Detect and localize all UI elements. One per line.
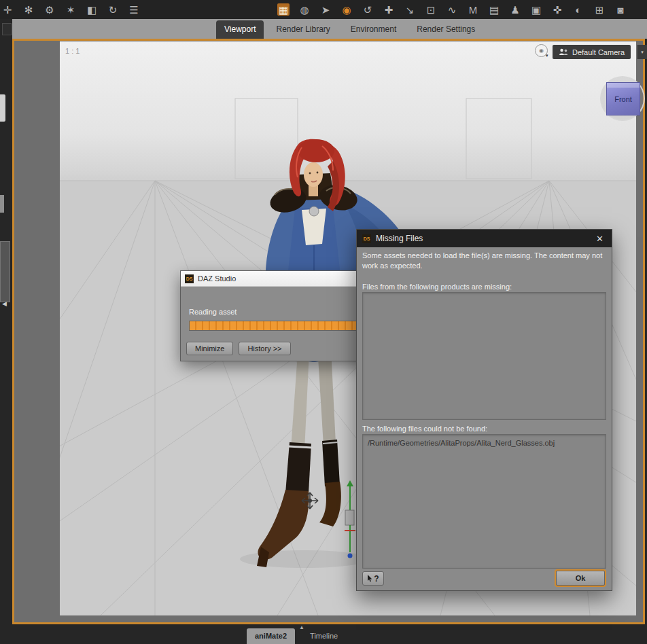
close-icon[interactable]: ✕ [593, 234, 606, 244]
curve-tool-icon[interactable]: ∿ [446, 3, 458, 16]
missing-files-title: Missing Files [376, 234, 423, 243]
daz-studio-progress-dialog: DS DAZ Studio Reading asset Minimize His… [180, 270, 384, 361]
daz-studio-logo-icon: DS [185, 274, 194, 283]
docked-pane-tab[interactable] [0, 195, 4, 213]
add-camera-tool-icon[interactable]: ⊞ [593, 3, 606, 16]
node-tool-icon[interactable]: ✛ [1, 3, 14, 16]
view-cube-top-face [607, 83, 640, 88]
render-tool-icon[interactable]: ◙ [614, 3, 627, 16]
minimize-button[interactable]: Minimize [186, 342, 233, 355]
camera-dropdown-button[interactable]: ▾ [637, 45, 647, 59]
scale-tool-icon[interactable]: ↘ [404, 3, 416, 16]
bottom-dock-bar: ▲ aniMate2 Timeline [0, 624, 647, 644]
figure-tool-icon[interactable]: ♟ [509, 3, 521, 16]
history-button[interactable]: History >> [239, 342, 290, 355]
gear-tool-icon[interactable]: ⚙ [43, 3, 56, 16]
surface-tool-icon[interactable]: ◐ [572, 3, 584, 16]
toolbar-right-group: ▦ ◍ ➤ ◉ ↺ ✚ ↘ ⊡ ∿ M ▤ ♟ ▣ ✜ ◐ ⊞ ◙ [277, 0, 627, 19]
context-help-button[interactable]: ? [362, 571, 384, 586]
node-select-tool-icon[interactable]: ✜ [551, 3, 563, 16]
missing-files-label: The following files could not be found: [362, 425, 487, 433]
progress-dialog-buttons: Minimize History >> [186, 342, 291, 355]
progress-bar-fill [190, 321, 373, 330]
daz-studio-logo-icon: DS [362, 234, 371, 243]
main-toolbar: ✛ ✻ ⚙ ✶ ◧ ↻ ☰ ▦ ◍ ➤ ◉ ↺ ✚ ↘ ⊡ ∿ M ▤ ♟ ▣ … [0, 0, 647, 20]
aspect-ratio-label: 1 : 1 [65, 47, 80, 55]
docked-pane-tab[interactable] [0, 241, 10, 302]
left-dock-rail: ◀ [0, 39, 12, 644]
missing-files-list[interactable]: /Runtime/Geometries/AlitaProps/Alita_Ner… [362, 434, 606, 569]
camera-selector-label: Default Camera [572, 48, 625, 56]
pointer-tool-icon[interactable]: ➤ [319, 3, 332, 16]
backdrop-frames [235, 99, 531, 179]
translate-tool-icon[interactable]: ✚ [383, 3, 395, 16]
missing-products-label: Files from the following products are mi… [362, 283, 512, 291]
cameraman-icon [559, 48, 568, 56]
sphere-tool-icon[interactable]: ◍ [298, 3, 311, 16]
view-cube[interactable]: Front [606, 82, 640, 115]
dock-handle[interactable] [2, 23, 12, 35]
uv-grid-tool-icon[interactable]: ▦ [277, 3, 290, 16]
reload-tool-icon[interactable]: ↻ [107, 3, 119, 16]
tab-environment[interactable]: Environment [343, 20, 404, 39]
missing-file-item[interactable]: /Runtime/Geometries/AlitaProps/Alita_Ner… [363, 435, 606, 451]
progress-dialog-titlebar[interactable]: DS DAZ Studio [181, 271, 383, 287]
tab-render-settings[interactable]: Render Settings [408, 20, 483, 39]
frame-tool-icon[interactable]: ⊡ [425, 3, 437, 16]
daz-studio-window: ✛ ✻ ⚙ ✶ ◧ ↻ ☰ ▦ ◍ ➤ ◉ ↺ ✚ ↘ ⊡ ∿ M ▤ ♟ ▣ … [0, 0, 647, 644]
progress-bar [189, 321, 374, 331]
bottom-pane-tabs: aniMate2 Timeline [247, 628, 346, 644]
missing-files-dialog: DS Missing Files ✕ Some assets needed to… [356, 229, 612, 591]
progress-dialog-title: DAZ Studio [198, 274, 236, 283]
collapse-pane-arrow-icon[interactable]: ◀ [2, 301, 7, 307]
help-question-label: ? [374, 574, 379, 584]
docked-pane-tab[interactable] [0, 94, 5, 122]
wand-tool-icon[interactable]: ✶ [65, 3, 77, 16]
toolbar-left-group: ✛ ✻ ⚙ ✶ ◧ ↻ ☰ [1, 0, 140, 19]
camera-view-tool-icon[interactable]: ▣ [530, 3, 542, 16]
rotate-tool-icon[interactable]: ↺ [362, 3, 374, 16]
viewport-options-caret-icon[interactable]: ▾ [546, 53, 548, 58]
view-cube-label: Front [614, 95, 632, 103]
tab-timeline[interactable]: Timeline [302, 628, 346, 644]
ok-button[interactable]: Ok [556, 571, 605, 586]
progress-status-text: Reading asset [189, 308, 237, 316]
pane-tabs: Viewport Render Library Environment Rend… [216, 20, 483, 39]
tab-strip-corner [0, 19, 12, 39]
active-rotate-tool-icon[interactable]: ◉ [340, 3, 353, 16]
camera-selector[interactable]: Default Camera [553, 45, 631, 59]
paint-bucket-tool-icon[interactable]: ◧ [86, 3, 98, 16]
measure-tool-icon[interactable]: M [467, 3, 479, 16]
cursor-arrow-icon [367, 575, 372, 582]
tab-animate2[interactable]: aniMate2 [247, 628, 295, 644]
snowflake-tool-icon[interactable]: ✻ [22, 3, 35, 16]
missing-files-titlebar[interactable]: DS Missing Files ✕ [357, 230, 612, 247]
missing-files-message: Some assets needed to load the file(s) a… [362, 251, 606, 272]
missing-products-list[interactable] [362, 292, 606, 420]
pane-tab-strip: Viewport Render Library Environment Rend… [0, 19, 647, 39]
tab-viewport[interactable]: Viewport [216, 20, 264, 39]
list-tool-icon[interactable]: ☰ [128, 3, 140, 16]
geometry-tool-icon[interactable]: ▤ [488, 3, 500, 16]
tab-render-library[interactable]: Render Library [268, 20, 338, 39]
